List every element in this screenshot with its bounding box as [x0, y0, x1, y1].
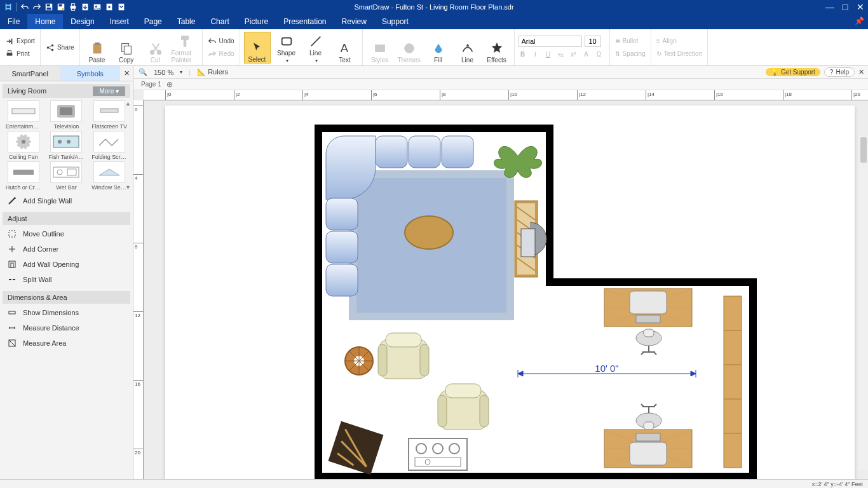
symbol-windowseat[interactable]: Window Seat... — [88, 161, 130, 191]
svg-rect-55 — [376, 136, 407, 168]
shape-tool-button[interactable]: Shape▾ — [273, 32, 300, 64]
add-wall-opening-button[interactable]: Add Wall Opening — [0, 257, 133, 272]
redo-icon[interactable] — [31, 2, 42, 13]
line-style-button[interactable]: Line — [454, 32, 481, 64]
menu-insert[interactable]: Insert — [102, 14, 137, 29]
symbol-entertainment[interactable]: Entertainment... — [3, 100, 44, 130]
help-button[interactable]: ? Help — [824, 67, 855, 77]
menu-page[interactable]: Page — [137, 14, 170, 29]
menu-table[interactable]: Table — [170, 14, 203, 29]
insert-symbol-button[interactable]: Ω — [595, 51, 604, 58]
minimize-button[interactable]: — — [822, 0, 837, 14]
share-button[interactable]: Share — [44, 43, 76, 53]
export-button[interactable]: Export — [4, 36, 36, 46]
symbol-scroll-down-icon[interactable]: ▼ — [125, 184, 132, 191]
svg-text:A: A — [340, 41, 348, 55]
styles-button[interactable]: Styles — [367, 32, 393, 64]
bullet-button[interactable]: ≣Bullet — [614, 36, 647, 46]
format-painter-button[interactable]: Format Painter — [172, 32, 198, 64]
symbol-category-label[interactable]: Living Room — [8, 87, 46, 95]
bold-button[interactable]: B — [519, 51, 527, 58]
export-pdf-icon[interactable] — [79, 2, 90, 13]
symbol-television[interactable]: Television — [46, 100, 88, 130]
section-dimensions-header: Dimensions & Area — [3, 291, 130, 304]
text-direction-button[interactable]: ↻Text Direction — [655, 49, 704, 59]
tab-smartpanel[interactable]: SmartPanel — [0, 66, 60, 81]
ribbon: Export Print Share Paste Copy Cut Format… — [0, 29, 868, 66]
tab-symbols[interactable]: Symbols — [60, 66, 121, 81]
title-bar: SmartDraw - Fulton St - Living Room Floo… — [0, 0, 868, 14]
export-other2-icon[interactable] — [116, 2, 126, 13]
add-single-wall-button[interactable]: Add Single Wall — [0, 193, 133, 208]
text-tool-button[interactable]: AText — [332, 32, 358, 64]
symbol-scroll-up-icon[interactable]: ▲ — [125, 100, 132, 107]
get-support-button[interactable]: 💡 Get Support — [766, 68, 820, 76]
font-size-input[interactable] — [585, 36, 601, 47]
symbol-foldingscreen[interactable]: Folding Screen — [88, 131, 130, 160]
export-other-icon[interactable] — [104, 2, 114, 13]
canvas-close-icon[interactable]: ✕ — [858, 68, 864, 76]
add-corner-button[interactable]: Add Corner — [0, 241, 133, 257]
redo-button[interactable]: Redo — [207, 49, 236, 59]
page-tab[interactable]: Page 1 — [141, 81, 161, 88]
underline-button[interactable]: U — [544, 51, 553, 58]
themes-button[interactable]: Themes — [396, 32, 423, 64]
drawing-page[interactable]: 10' 0" — [165, 105, 855, 479]
cut-button[interactable]: Cut — [142, 32, 169, 64]
save-icon[interactable] — [43, 2, 54, 13]
spacing-button[interactable]: ⇅Spacing — [614, 49, 647, 59]
menu-presentation[interactable]: Presentation — [276, 14, 334, 29]
canvas-viewport[interactable]: 10' 0" — [144, 100, 868, 479]
font-color-button[interactable]: A — [582, 51, 591, 58]
menu-home[interactable]: Home — [27, 14, 63, 29]
symbol-wetbar[interactable]: Wet Bar — [46, 161, 88, 191]
export-image-icon[interactable] — [92, 2, 102, 13]
print-icon[interactable] — [67, 2, 78, 13]
paste-button[interactable]: Paste — [84, 32, 111, 64]
menu-chart[interactable]: Chart — [203, 14, 236, 29]
svg-point-17 — [47, 46, 50, 49]
font-name-input[interactable] — [519, 36, 582, 47]
split-wall-button[interactable]: Split Wall — [0, 272, 133, 287]
vertical-scrollbar[interactable] — [859, 136, 868, 470]
symbol-more-button[interactable]: More ▾ — [93, 86, 125, 96]
maximize-button[interactable]: □ — [837, 0, 853, 14]
undo-button[interactable]: Undo — [207, 36, 236, 46]
zoom-level[interactable]: 150 % — [154, 69, 173, 76]
show-dimensions-button[interactable]: Show Dimensions — [0, 305, 133, 320]
move-outline-button[interactable]: Move Outline — [0, 226, 133, 241]
fill-button[interactable]: Fill — [425, 32, 452, 64]
zoom-icon[interactable]: 🔍 — [139, 68, 147, 76]
symbol-fishtank[interactable]: Fish Tank/Aqu... — [46, 131, 88, 160]
menu-support[interactable]: Support — [374, 14, 416, 29]
effects-button[interactable]: Effects — [484, 32, 510, 64]
menu-file[interactable]: File — [0, 14, 27, 29]
superscript-button[interactable]: x² — [569, 51, 578, 58]
subscript-button[interactable]: x₂ — [557, 51, 566, 58]
measure-distance-button[interactable]: Measure Distance — [0, 320, 133, 336]
symbol-ceilingfan[interactable]: Ceiling Fan — [3, 131, 44, 160]
rulers-toggle[interactable]: 📐 Rulers — [197, 68, 228, 76]
add-page-icon[interactable]: ⊕ — [166, 80, 173, 89]
menu-review[interactable]: Review — [334, 14, 374, 29]
menu-picture[interactable]: Picture — [237, 14, 276, 29]
save-as-icon[interactable] — [55, 2, 66, 13]
symbol-hutch[interactable]: Hutch or Cred... — [3, 161, 44, 191]
print-button[interactable]: Print — [4, 49, 36, 59]
menu-design[interactable]: Design — [63, 14, 102, 29]
align-button[interactable]: ≡Align — [655, 36, 704, 46]
select-tool-button[interactable]: Select — [244, 32, 271, 64]
symbol-category-header: Living Room More ▾ — [3, 84, 130, 98]
measure-area-button[interactable]: Measure Area — [0, 336, 133, 351]
app-icon[interactable] — [3, 2, 13, 13]
symbol-flatscreen[interactable]: Flatscreen TV — [88, 100, 130, 130]
svg-rect-92 — [724, 296, 742, 468]
panel-close-icon[interactable]: ✕ — [120, 66, 133, 81]
undo-icon[interactable] — [19, 2, 30, 13]
copy-button[interactable]: Copy — [113, 32, 140, 64]
italic-button[interactable]: I — [531, 51, 540, 58]
line-tool-button[interactable]: Line▾ — [302, 32, 329, 64]
svg-rect-15 — [8, 50, 11, 53]
ribbon-pin-icon[interactable]: 📌 — [855, 17, 864, 25]
close-button[interactable]: ✕ — [853, 0, 868, 14]
